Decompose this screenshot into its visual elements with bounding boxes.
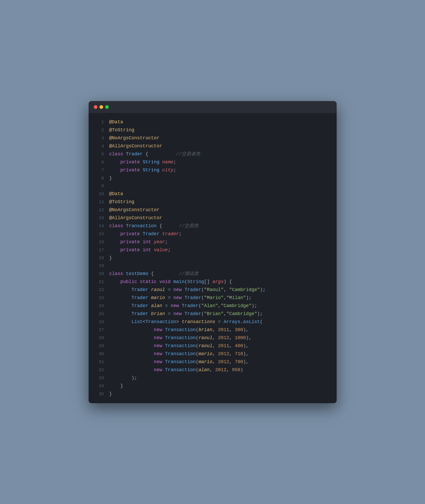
code-line-3: 3 @NoArgsConstructor	[89, 134, 337, 142]
code-line-35: 35 }	[89, 390, 337, 398]
code-line-31: 31 new Transaction(mario, 2012, 700),	[89, 358, 337, 366]
code-line-19: 19	[89, 262, 337, 270]
code-line-16: 16 private int year;	[89, 238, 337, 246]
code-line-5: 5 class Trader { //交易者类	[89, 150, 337, 158]
code-line-2: 2 @ToString	[89, 126, 337, 134]
code-line-14: 14 class Transaction { //交易类	[89, 222, 337, 230]
code-line-24: 24 Trader alan = new Trader("Alan","Camb…	[89, 302, 337, 310]
code-line-30: 30 new Transaction(mario, 2012, 710),	[89, 350, 337, 358]
code-line-25: 25 Trader brian = new Trader("Brian","Ca…	[89, 310, 337, 318]
code-line-1: 1 @Data	[89, 118, 337, 126]
code-line-32: 32 new Transaction(alan, 2012, 950)	[89, 366, 337, 374]
code-line-27: 27 new Transaction(brian, 2011, 300),	[89, 326, 337, 334]
code-line-13: 13 @AllArgsConstructor	[89, 214, 337, 222]
code-window: 1 @Data 2 @ToString 3 @NoArgsConstructor…	[89, 101, 337, 403]
titlebar	[89, 101, 337, 113]
code-line-17: 17 private int value;	[89, 246, 337, 254]
code-line-26: 26 List<Transaction> transactions = Arra…	[89, 318, 337, 326]
code-line-9: 9	[89, 182, 337, 190]
code-line-11: 11 @ToString	[89, 198, 337, 206]
code-editor: 1 @Data 2 @ToString 3 @NoArgsConstructor…	[89, 113, 337, 403]
maximize-button[interactable]	[105, 105, 109, 109]
minimize-button[interactable]	[99, 105, 103, 109]
close-button[interactable]	[94, 105, 97, 109]
code-line-8: 8 }	[89, 174, 337, 182]
code-line-23: 23 Trader mario = new Trader("Mario","Mi…	[89, 294, 337, 302]
code-line-22: 22 Trader raoul = new Trader("Raoul", "C…	[89, 286, 337, 294]
code-line-20: 20 class testDemo { //测试类	[89, 270, 337, 278]
code-line-29: 29 new Transaction(raoul, 2011, 400),	[89, 342, 337, 350]
code-line-28: 28 new Transaction(raoul, 2012, 1000),	[89, 334, 337, 342]
code-line-7: 7 private String city;	[89, 166, 337, 174]
code-line-33: 33 );	[89, 374, 337, 382]
code-line-18: 18 }	[89, 254, 337, 262]
code-line-6: 6 private String name;	[89, 158, 337, 166]
code-line-15: 15 private Trader trader;	[89, 230, 337, 238]
code-line-21: 21 public static void main(String[] args…	[89, 278, 337, 286]
code-line-4: 4 @AllArgsConstructor	[89, 142, 337, 150]
code-line-12: 12 @NoArgsConstructor	[89, 206, 337, 214]
code-line-10: 10 @Data	[89, 190, 337, 198]
code-line-34: 34 }	[89, 382, 337, 390]
